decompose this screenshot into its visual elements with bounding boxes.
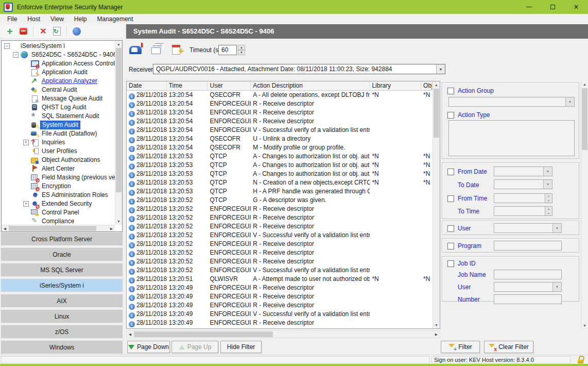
clear-filter-button[interactable]: Clear Filter: [484, 341, 533, 353]
tree-item-label[interactable]: Application Access Control: [40, 60, 115, 68]
tree-item-application-access-control[interactable]: Application Access Control: [2, 59, 115, 68]
tree-item-label[interactable]: iSeries/System i: [19, 42, 66, 50]
from-time-checkbox[interactable]: [447, 195, 454, 202]
tree-item-label[interactable]: Application Audit: [40, 69, 89, 76]
scroll-down-icon[interactable]: ▼: [115, 218, 122, 225]
chevron-down-icon[interactable]: ▼: [543, 180, 552, 189]
stepper-icons[interactable]: ▲▼: [545, 207, 552, 215]
program-checkbox[interactable]: [447, 243, 454, 249]
collapse-icon[interactable]: −: [4, 43, 10, 49]
table-row[interactable]: i28/11/201813:20:49ENFORCEGUIR - Receive…: [127, 292, 433, 301]
tree-item-label[interactable]: QHST Log Audit: [40, 104, 88, 111]
hide-filter-button[interactable]: Hide Filter: [220, 341, 262, 353]
tree-item-extended-security[interactable]: +Extended Security: [2, 199, 115, 208]
table-row[interactable]: i28/11/201813:20:53QTCPA - Changes to au…: [127, 161, 433, 170]
filter-vertical-scrollbar[interactable]: ▲ ▼: [581, 81, 588, 329]
minimize-button[interactable]: [517, 0, 541, 14]
tree-item-label[interactable]: Field Masking (previous versi: [40, 174, 115, 181]
tree-item-label[interactable]: ES Administration Roles: [40, 191, 110, 199]
tree-item-object-authorizations[interactable]: Object Authorizations: [2, 156, 115, 164]
job-id-checkbox[interactable]: [447, 260, 454, 267]
program-input[interactable]: [494, 241, 562, 251]
tree-item-label[interactable]: User Profiles: [40, 147, 79, 155]
close-button[interactable]: ×: [564, 0, 588, 14]
collapse-icon[interactable]: −: [13, 52, 19, 58]
scroll-right-icon[interactable]: ▶: [433, 331, 440, 338]
tree-item-alert-center[interactable]: Alert Center: [2, 164, 115, 173]
scroll-right-icon[interactable]: ▶: [108, 225, 115, 231]
action-group-dropdown[interactable]: ▼: [448, 97, 575, 107]
expand-icon[interactable]: +: [23, 140, 29, 145]
table-row[interactable]: i28/11/201813:20:52ENFORCEGUIR - Receive…: [127, 213, 433, 222]
platform-button-cross-platform-server[interactable]: Cross Platform Server: [1, 232, 123, 246]
scroll-up-icon[interactable]: ▲: [581, 81, 588, 88]
page-up-button[interactable]: Page Up: [171, 341, 218, 353]
platform-button-z-os[interactable]: z/OS: [1, 325, 123, 339]
stepper-down-icon[interactable]: ▼: [238, 50, 245, 55]
platform-button-aix[interactable]: AIX: [1, 294, 123, 308]
tree-item-label[interactable]: Control Panel: [40, 209, 81, 217]
refresh-icon[interactable]: [51, 26, 62, 37]
chevron-down-icon[interactable]: ▼: [543, 167, 552, 176]
column-header-action-description[interactable]: Action Description: [251, 81, 370, 90]
tree-item-label[interactable]: File Audit (Dataflow): [40, 130, 98, 138]
table-row[interactable]: i28/11/201813:20:52ENFORCEGUIR - Receive…: [127, 240, 433, 248]
menu-item-management[interactable]: Management: [92, 14, 139, 24]
menu-item-view[interactable]: View: [45, 14, 69, 24]
receiver-dropdown[interactable]: QGPL/AUDRCV0016 - Attached, Attachment D…: [153, 64, 445, 74]
table-row[interactable]: i28/11/201813:20:49ENFORCEGUIV - Success…: [127, 310, 433, 319]
scrollbar-thumb[interactable]: [134, 331, 273, 337]
tree-item-application-audit[interactable]: Application Audit: [2, 68, 115, 77]
table-row[interactable]: i28/11/201813:20:54QSECOFRA - All delete…: [127, 91, 433, 99]
report-stack-icon[interactable]: [150, 43, 165, 57]
table-row[interactable]: i28/11/201813:20:52QTCPG - A descriptor …: [127, 196, 433, 205]
scrollbar-thumb[interactable]: [116, 48, 122, 192]
from-date-dropdown[interactable]: ▼: [494, 167, 552, 176]
stepper-icons[interactable]: ▲▼: [545, 194, 552, 203]
tree-item-label[interactable]: SQL Statement Audit: [40, 112, 101, 120]
tree-item-inquiries[interactable]: +Inquiries: [2, 138, 115, 147]
scrollbar-thumb[interactable]: [434, 89, 439, 138]
tree-item-user-profiles[interactable]: User Profiles: [2, 147, 115, 156]
table-row[interactable]: i28/11/201813:20:53QTCPH - A PRF handle …: [127, 187, 433, 196]
tree-item-sql-statement-audit[interactable]: SQL Statement Audit: [2, 112, 115, 121]
filter-button[interactable]: Filter: [441, 341, 480, 353]
action-type-listbox[interactable]: [448, 120, 575, 156]
delete-icon[interactable]: ✕: [38, 26, 48, 37]
notepad-icon[interactable]: [171, 43, 185, 57]
tree-item-label[interactable]: Object Authorizations: [40, 156, 101, 164]
scroll-up-icon[interactable]: ▲: [115, 41, 122, 47]
scroll-left-icon[interactable]: ◀: [127, 331, 133, 338]
tree-item-label[interactable]: Application Analyzer: [40, 77, 99, 85]
tree-item-file-audit-dataflow[interactable]: File Audit (Dataflow): [2, 129, 115, 138]
tree-item-label[interactable]: Central Audit: [40, 86, 79, 94]
tree-item-field-masking-previous-versi[interactable]: Field Masking (previous versi: [2, 173, 115, 182]
tree-item-label[interactable]: Encryption: [40, 182, 73, 190]
column-header-time[interactable]: Time: [167, 81, 208, 90]
tree-item-application-analyzer[interactable]: Application Analyzer: [2, 77, 115, 86]
tree-item-label[interactable]: System Audit: [40, 121, 80, 129]
table-row[interactable]: i28/11/201813:20:54ENFORCEGUIV - Success…: [127, 126, 433, 135]
job-number-input[interactable]: [494, 294, 562, 304]
chevron-down-icon[interactable]: ▼: [552, 282, 561, 291]
from-time-spinner[interactable]: ▲▼: [494, 193, 552, 203]
scrollbar-thumb[interactable]: [9, 226, 96, 231]
tree-item-es-administration-roles[interactable]: ES Administration Roles: [2, 191, 115, 199]
platform-button-oracle[interactable]: Oracle: [1, 247, 123, 261]
table-row[interactable]: i28/11/201813:20:53QTCPA - Changes to au…: [127, 152, 433, 161]
table-row[interactable]: i28/11/201813:20:54ENFORCEGUIR - Receive…: [127, 117, 433, 126]
tree-item-system-audit[interactable]: System Audit: [2, 121, 115, 129]
timeout-stepper[interactable]: ▲ ▼: [238, 45, 245, 55]
chevron-down-icon[interactable]: ▼: [436, 64, 445, 74]
table-row[interactable]: i28/11/201813:20:54QSECOFRM - Modify pro…: [127, 143, 433, 152]
job-name-input[interactable]: [494, 270, 562, 279]
table-row[interactable]: i28/11/201813:20:53QTCPN - Creation of a…: [127, 178, 433, 187]
table-row[interactable]: i28/11/201813:20:49ENFORCEGUIR - Receive…: [127, 319, 433, 327]
expand-icon[interactable]: +: [23, 201, 29, 207]
table-row[interactable]: i28/11/201813:20:51QLWISVRA - Attempt ma…: [127, 275, 433, 284]
scrollbar-thumb[interactable]: [582, 88, 587, 150]
platform-button-linux[interactable]: Linux: [1, 309, 123, 323]
table-row[interactable]: i28/11/201813:20:54ENFORCEGUIR - Receive…: [127, 108, 433, 117]
tree-item-label[interactable]: S6524D5C - S6524D5C - 9406: [30, 51, 115, 59]
column-header-user[interactable]: User: [207, 81, 251, 90]
